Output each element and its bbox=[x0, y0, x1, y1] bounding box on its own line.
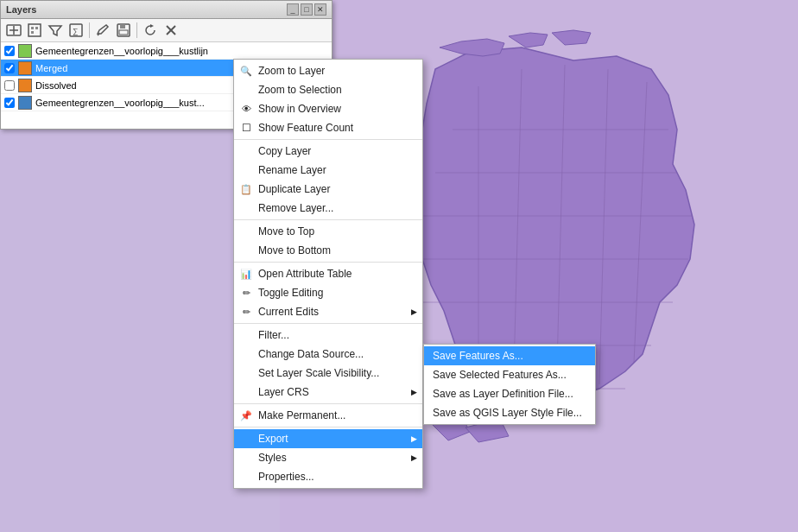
layer-color-icon bbox=[18, 61, 32, 75]
save-selected-features-as-item[interactable]: Save Selected Features As... bbox=[424, 365, 595, 384]
remove-layer-toolbar-button[interactable] bbox=[162, 21, 180, 40]
svg-rect-7 bbox=[31, 31, 34, 34]
layer-color-icon bbox=[18, 44, 32, 58]
menu-separator-6 bbox=[234, 427, 422, 428]
remove-layer-label: Remove Layer... bbox=[258, 202, 333, 214]
svg-marker-8 bbox=[49, 26, 61, 35]
layer-crs-item[interactable]: Layer CRS bbox=[234, 383, 422, 402]
change-data-source-item[interactable]: Change Data Source... bbox=[234, 345, 422, 364]
show-overview-item[interactable]: 👁 Show in Overview bbox=[234, 99, 422, 118]
menu-separator-1 bbox=[234, 139, 422, 140]
show-overview-label: Show in Overview bbox=[258, 103, 341, 115]
layer-visibility-checkbox[interactable] bbox=[4, 46, 15, 56]
layer-name: Gemeentegrenzen__voorlopig___kust... bbox=[35, 98, 205, 108]
properties-item[interactable]: Properties... bbox=[234, 467, 422, 486]
zoom-to-layer-item[interactable]: 🔍 Zoom to Layer bbox=[234, 61, 422, 80]
layer-color-icon bbox=[18, 79, 32, 92]
duplicate-icon: 📋 bbox=[239, 182, 253, 196]
open-attribute-table-item[interactable]: 📊 Open Attribute Table bbox=[234, 264, 422, 283]
svg-rect-5 bbox=[31, 27, 34, 29]
copy-layer-item[interactable]: Copy Layer bbox=[234, 142, 422, 161]
save-layer-definition-item[interactable]: Save as Layer Definition File... bbox=[424, 384, 595, 403]
save-all-button[interactable] bbox=[114, 21, 133, 40]
feature-count-checkbox: ☐ bbox=[239, 121, 253, 135]
move-to-top-label: Move to Top bbox=[258, 225, 314, 238]
duplicate-layer-item[interactable]: 📋 Duplicate Layer bbox=[234, 180, 422, 199]
current-edits-item[interactable]: ✏ Current Edits bbox=[234, 302, 422, 321]
styles-item[interactable]: Styles bbox=[234, 448, 422, 467]
save-qgis-layer-style-item[interactable]: Save as QGIS Layer Style File... bbox=[424, 403, 595, 422]
layer-item[interactable]: Gemeentegrenzen__voorlopig___kustlijn bbox=[1, 42, 332, 60]
svg-text:∑: ∑ bbox=[73, 27, 78, 35]
svg-rect-13 bbox=[119, 30, 128, 35]
set-layer-scale-label: Set Layer Scale Visibility... bbox=[258, 367, 379, 379]
context-menu: 🔍 Zoom to Layer Zoom to Selection 👁 Show… bbox=[233, 59, 423, 489]
zoom-to-selection-item[interactable]: Zoom to Selection bbox=[234, 80, 422, 99]
layer-crs-label: Layer CRS bbox=[258, 386, 309, 398]
zoom-icon: 🔍 bbox=[239, 64, 253, 78]
layers-title-bar: Layers _ □ ✕ bbox=[1, 1, 332, 19]
properties-label: Properties... bbox=[258, 471, 314, 483]
set-layer-scale-item[interactable]: Set Layer Scale Visibility... bbox=[234, 364, 422, 383]
duplicate-layer-label: Duplicate Layer bbox=[258, 183, 330, 195]
svg-rect-4 bbox=[28, 24, 41, 36]
save-layer-definition-label: Save as Layer Definition File... bbox=[433, 388, 573, 400]
zoom-to-selection-label: Zoom to Selection bbox=[258, 84, 342, 96]
rename-layer-label: Rename Layer bbox=[258, 164, 326, 176]
overview-icon: 👁 bbox=[239, 102, 253, 116]
move-to-bottom-label: Move to Bottom bbox=[258, 244, 331, 256]
styles-label: Styles bbox=[258, 452, 287, 464]
toggle-editing-button[interactable] bbox=[93, 21, 112, 40]
open-field-calculator-button[interactable]: ∑ bbox=[66, 21, 86, 40]
move-to-bottom-item[interactable]: Move to Bottom bbox=[234, 241, 422, 260]
layer-visibility-checkbox[interactable] bbox=[4, 63, 15, 73]
layer-name: Merged bbox=[35, 63, 67, 73]
layer-name: Gemeentegrenzen__voorlopig___kustlijn bbox=[35, 46, 208, 56]
layers-toolbar: ∑ bbox=[1, 19, 332, 42]
export-submenu: Save Features As... Save Selected Featur… bbox=[423, 344, 596, 425]
current-edits-label: Current Edits bbox=[258, 306, 319, 318]
move-to-top-item[interactable]: Move to Top bbox=[234, 222, 422, 241]
close-button[interactable]: ✕ bbox=[314, 3, 326, 16]
export-item[interactable]: Export bbox=[234, 429, 422, 448]
layer-name: Dissolved bbox=[35, 80, 77, 91]
filter-item[interactable]: Filter... bbox=[234, 326, 422, 345]
refresh-button[interactable] bbox=[141, 21, 160, 40]
layer-visibility-checkbox[interactable] bbox=[4, 98, 15, 108]
toggle-editing-item[interactable]: ✏ Toggle Editing bbox=[234, 283, 422, 302]
remove-layer-item[interactable]: Remove Layer... bbox=[234, 199, 422, 218]
minimize-button[interactable]: _ bbox=[287, 3, 299, 16]
make-permanent-item[interactable]: 📌 Make Permanent... bbox=[234, 406, 422, 425]
filter-label: Filter... bbox=[258, 329, 289, 341]
add-raster-layer-button[interactable] bbox=[25, 21, 44, 40]
open-attribute-table-label: Open Attribute Table bbox=[258, 268, 352, 280]
save-features-as-label: Save Features As... bbox=[433, 350, 523, 362]
permanent-icon: 📌 bbox=[239, 408, 253, 422]
copy-layer-label: Copy Layer bbox=[258, 145, 311, 157]
edit-icon: ✏ bbox=[239, 286, 253, 300]
current-edits-icon: ✏ bbox=[239, 305, 253, 319]
restore-button[interactable]: □ bbox=[301, 3, 313, 16]
rename-layer-item[interactable]: Rename Layer bbox=[234, 161, 422, 180]
show-feature-count-item[interactable]: ☐ Show Feature Count bbox=[234, 118, 422, 137]
menu-separator-3 bbox=[234, 262, 422, 263]
toolbar-sep-1 bbox=[89, 22, 90, 38]
save-selected-features-as-label: Save Selected Features As... bbox=[433, 369, 567, 381]
toolbar-sep-2 bbox=[136, 22, 137, 38]
title-buttons: _ □ ✕ bbox=[287, 3, 326, 16]
show-feature-count-label: Show Feature Count bbox=[258, 122, 353, 134]
layer-visibility-checkbox[interactable] bbox=[4, 80, 15, 91]
svg-rect-6 bbox=[35, 27, 38, 29]
menu-separator-4 bbox=[234, 323, 422, 324]
add-vector-layer-button[interactable] bbox=[4, 21, 23, 40]
layer-filter-button[interactable] bbox=[46, 21, 65, 40]
change-data-source-label: Change Data Source... bbox=[258, 348, 364, 360]
save-features-as-item[interactable]: Save Features As... bbox=[424, 346, 595, 365]
svg-rect-12 bbox=[120, 24, 125, 28]
save-qgis-layer-style-label: Save as QGIS Layer Style File... bbox=[433, 407, 582, 419]
toggle-editing-label: Toggle Editing bbox=[258, 287, 323, 299]
menu-separator-2 bbox=[234, 219, 422, 220]
layer-color-icon bbox=[18, 96, 32, 110]
menu-separator-5 bbox=[234, 403, 422, 404]
svg-marker-14 bbox=[150, 24, 154, 28]
